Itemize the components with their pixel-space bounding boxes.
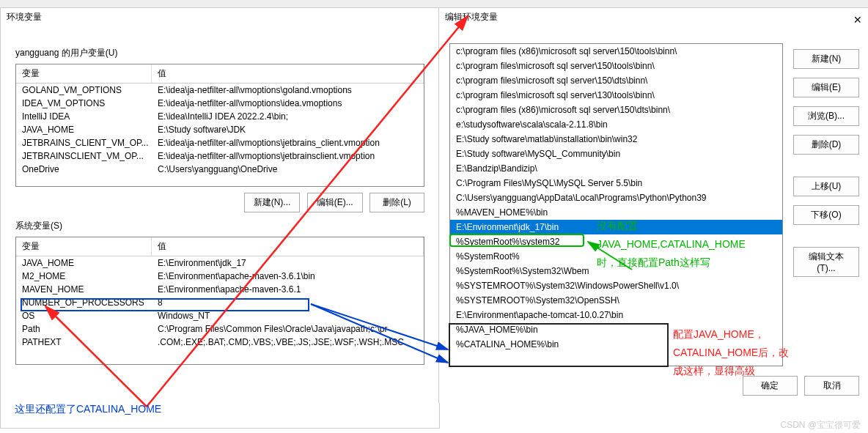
browse-button[interactable]: 浏览(B)...: [793, 106, 859, 126]
var-name: JAVA_HOME: [16, 124, 152, 136]
var-name: IDEA_VM_OPTIONS: [16, 97, 152, 109]
table-row[interactable]: JETBRAINS_CLIENT_VM_OP...E:\idea\ja-netf…: [16, 136, 424, 149]
dialog-buttons: 确定 取消: [738, 376, 859, 396]
path-entry[interactable]: E:\Environment\apache-tomcat-10.0.27\bin: [450, 308, 782, 322]
table-row[interactable]: JETBRAINSCLIENT_VM_OP...E:\idea\ja-netfi…: [16, 149, 424, 163]
table-row[interactable]: IntelliJ IDEAE:\idea\IntelliJ IDEA 2022.…: [16, 110, 424, 123]
edit-env-var-dialog: 编辑环境变量 ✕ c:\program files (x86)\microsof…: [438, 7, 868, 403]
path-list[interactable]: c:\program files (x86)\microsoft sql ser…: [449, 43, 783, 366]
col-variable: 变量: [16, 237, 152, 256]
delete-button[interactable]: 删除(D): [793, 135, 859, 155]
path-entry[interactable]: c:\program files\microsoft sql server\15…: [450, 59, 782, 73]
path-entry[interactable]: c:\program files (x86)\microsoft sql ser…: [450, 44, 782, 59]
col-variable: 变量: [16, 64, 152, 83]
user-vars-label: yangguang 的用户变量(U): [15, 47, 439, 59]
table-row[interactable]: JAVA_HOMEE:\Study software\JDK: [16, 123, 424, 136]
watermark: CSDN @宝宝很可爱: [780, 419, 861, 432]
table-row[interactable]: OneDriveC:\Users\yangguang\OneDrive: [16, 163, 424, 176]
delete-button[interactable]: 删除(L): [369, 193, 424, 212]
new-button[interactable]: 新建(N): [793, 49, 859, 69]
sys-vars-label: 系统变量(S): [15, 220, 439, 232]
var-name: NUMBER_OF_PROCESSORS: [16, 297, 152, 308]
path-entry[interactable]: %CATALINA_HOME%\bin: [450, 337, 782, 352]
path-entry[interactable]: %MAVEN_HOME%\bin: [450, 205, 782, 220]
path-entry[interactable]: %SystemRoot%\System32\Wbem: [450, 264, 782, 278]
browser-tabstrip: [0, 0, 868, 7]
var-value: E:\idea\IntelliJ IDEA 2022.2.4\bin;: [152, 111, 424, 122]
path-entry[interactable]: %SystemRoot%\system32: [450, 234, 782, 249]
table-row[interactable]: PathC:\Program Files\Common Files\Oracle…: [16, 322, 424, 336]
var-value: Windows_NT: [152, 310, 424, 322]
var-value: C:\Program Files\Common Files\Oracle\Jav…: [152, 323, 424, 335]
table-row[interactable]: IDEA_VM_OPTIONSE:\idea\ja-netfilter-all\…: [16, 97, 424, 110]
dialog-title: 编辑环境变量: [439, 8, 868, 26]
table-row[interactable]: GOLAND_VM_OPTIONSE:\idea\ja-netfilter-al…: [16, 84, 424, 97]
table-header: 变量 值: [16, 64, 424, 84]
var-value: E:\Environment\jdk_17: [152, 257, 424, 269]
move-down-button[interactable]: 下移(O): [793, 205, 859, 225]
edit-button[interactable]: 编辑(E): [793, 78, 859, 97]
path-entry[interactable]: c:\program files (x86)\microsoft sql ser…: [450, 103, 782, 117]
var-value: .COM;.EXE;.BAT;.CMD;.VBS;.VBE;.JS;.JSE;.…: [152, 336, 424, 348]
table-row[interactable]: OSWindows_NT: [16, 309, 424, 322]
path-entry[interactable]: e:\studysoftware\scala\scala-2.11.8\bin: [450, 117, 782, 132]
var-name: OneDrive: [16, 163, 152, 175]
col-value: 值: [152, 237, 424, 256]
var-name: IntelliJ IDEA: [16, 111, 152, 122]
path-entry[interactable]: E:\Study software\matlab\installation\bi…: [450, 132, 782, 147]
table-row[interactable]: MAVEN_HOMEE:\Environment\apache-maven-3.…: [16, 283, 424, 296]
path-entry[interactable]: E:\Study software\MySQL_Community\bin: [450, 147, 782, 161]
user-vars-table[interactable]: 变量 值 GOLAND_VM_OPTIONSE:\idea\ja-netfilt…: [15, 64, 424, 187]
var-value: E:\idea\ja-netfilter-all\vmoptions\idea.…: [152, 97, 424, 109]
edit-text-button[interactable]: 编辑文本(T)...: [793, 247, 859, 277]
edit-button[interactable]: 编辑(E)...: [307, 193, 363, 212]
var-value: E:\idea\ja-netfilter-all\vmoptions\jetbr…: [152, 150, 424, 162]
path-entry[interactable]: %JAVA_HOME%\bin: [450, 322, 782, 337]
table-row[interactable]: NUMBER_OF_PROCESSORS8: [16, 296, 424, 309]
var-name: GOLAND_VM_OPTIONS: [16, 84, 152, 96]
var-name: Path: [16, 323, 152, 335]
var-value: E:\Study software\JDK: [152, 124, 424, 136]
new-button[interactable]: 新建(N)...: [244, 193, 301, 212]
var-value: E:\idea\ja-netfilter-all\vmoptions\golan…: [152, 84, 424, 96]
path-entry[interactable]: C:\Users\yangguang\AppData\Local\Program…: [450, 190, 782, 205]
var-name: OS: [16, 310, 152, 322]
col-value: 值: [152, 64, 424, 83]
path-entry[interactable]: c:\program files\microsoft sql server\15…: [450, 73, 782, 88]
path-entry[interactable]: C:\Program Files\MySQL\MySQL Server 5.5\…: [450, 176, 782, 190]
side-buttons: 新建(N) 编辑(E) 浏览(B)... 删除(D) 上移(U) 下移(O) 编…: [793, 49, 859, 286]
path-entry[interactable]: %SYSTEMROOT%\System32\WindowsPowerShell\…: [450, 278, 782, 293]
cancel-button[interactable]: 取消: [804, 376, 859, 396]
path-entry[interactable]: E:\Bandzip\Bandizip\: [450, 161, 782, 176]
table-row[interactable]: JAVA_HOMEE:\Environment\jdk_17: [16, 256, 424, 270]
var-value: E:\Environment\apache-maven-3.6.1: [152, 284, 424, 295]
table-row[interactable]: PATHEXT.COM;.EXE;.BAT;.CMD;.VBS;.VBE;.JS…: [16, 336, 424, 349]
path-entry[interactable]: %SYSTEMROOT%\System32\OpenSSH\: [450, 293, 782, 308]
var-name: PATHEXT: [16, 336, 152, 348]
ok-button[interactable]: 确定: [743, 376, 798, 396]
var-name: JETBRAINSCLIENT_VM_OP...: [16, 150, 152, 162]
path-entry[interactable]: %SystemRoot%: [450, 249, 782, 264]
path-entry[interactable]: c:\program files\microsoft sql server\13…: [450, 88, 782, 103]
sys-vars-table[interactable]: 变量 值 JAVA_HOMEE:\Environment\jdk_17M2_HO…: [15, 237, 424, 365]
close-icon[interactable]: ✕: [853, 14, 862, 26]
var-name: M2_HOME: [16, 270, 152, 282]
table-header: 变量 值: [16, 237, 424, 256]
var-name: JETBRAINS_CLIENT_VM_OP...: [16, 137, 152, 149]
var-value: 8: [152, 297, 424, 308]
table-row[interactable]: M2_HOMEE:\Environment\apache-maven-3.6.1…: [16, 270, 424, 283]
var-value: E:\Environment\apache-maven-3.6.1\bin: [152, 270, 424, 282]
var-value: E:\idea\ja-netfilter-all\vmoptions\jetbr…: [152, 137, 424, 149]
move-up-button[interactable]: 上移(U): [793, 177, 859, 196]
var-name: MAVEN_HOME: [16, 284, 152, 295]
var-value: C:\Users\yangguang\OneDrive: [152, 163, 424, 175]
var-name: JAVA_HOME: [16, 257, 152, 269]
window-title: 环境变量: [1, 8, 439, 26]
path-entry[interactable]: E:\Environment\jdk_17\bin: [450, 220, 782, 234]
env-vars-window: 环境变量 yangguang 的用户变量(U) 变量 值 GOLAND_VM_O…: [0, 7, 440, 429]
user-buttons: 新建(N)... 编辑(E)... 删除(L): [15, 193, 424, 212]
